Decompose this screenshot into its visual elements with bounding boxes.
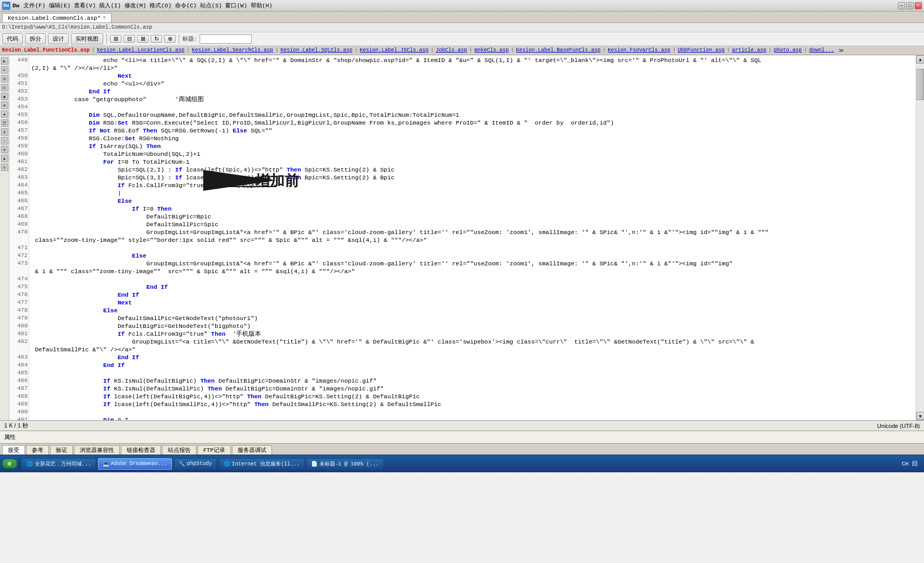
status-encoding: Unicode (UTF-8) bbox=[877, 423, 920, 429]
code-line: End If bbox=[31, 361, 914, 369]
active-document-tab[interactable]: Kesion.Label.CommonCls.asp* × bbox=[2, 13, 112, 22]
start-button[interactable]: ⊞ bbox=[2, 459, 17, 469]
taskbar-item-1[interactable]: 💻 Adobe Dreamweav... bbox=[98, 458, 172, 470]
taskbar-item-0[interactable]: 🌐 全新花艺，万州同城... bbox=[22, 458, 96, 470]
title-input[interactable] bbox=[200, 34, 252, 44]
sidebar-icon-7[interactable]: ♦ bbox=[1, 111, 8, 118]
code-line: Else bbox=[31, 197, 914, 205]
sidebar-icon-1[interactable]: ▶ bbox=[1, 57, 8, 65]
toolbar: 代码 拆分 设计 实时视图 ⊞ ⊟ ⊠ ↻ ⊕ 标题: bbox=[0, 32, 924, 46]
code-line: DefaultBigPic=Bpic bbox=[31, 213, 914, 221]
related-files-bar: Kesion.Label.FunctionCls.asp | Kesion.La… bbox=[0, 46, 924, 55]
scroll-track[interactable] bbox=[916, 64, 924, 412]
realtime-view-btn[interactable]: 实时视图 bbox=[71, 33, 103, 44]
related-file-4[interactable]: Kesion.Label.JSCls.asp bbox=[360, 47, 428, 53]
related-file-0[interactable]: Kesion.Label.FunctionCls.asp bbox=[2, 47, 90, 53]
code-line: | bbox=[31, 189, 914, 197]
related-file-6[interactable]: mnkeCls.asp bbox=[474, 47, 509, 53]
toolbar-icon-btn-4[interactable]: ↻ bbox=[151, 35, 162, 43]
taskbar-item-1-label: Adobe Dreamweav... bbox=[111, 461, 167, 467]
sidebar-icon-6[interactable]: ⊛ bbox=[1, 102, 8, 109]
toolbar-separator-2 bbox=[179, 34, 179, 44]
related-file-11[interactable]: photo.asp bbox=[773, 47, 802, 53]
scroll-up-btn[interactable]: ▲ bbox=[916, 55, 924, 64]
taskbar-item-3[interactable]: 🌐 Internet 信息服务(Il... bbox=[219, 458, 304, 470]
taskbar-item-3-icon: 🌐 bbox=[224, 461, 230, 467]
code-line: If KS.IsNul(DefaultSmallPic) Then Defaul… bbox=[31, 385, 914, 393]
code-line: For I=0 To TotalPicNum-1 bbox=[31, 158, 914, 166]
related-file-2[interactable]: Kesion.Label.SearchCls.asp bbox=[192, 47, 273, 53]
bottom-tab-5[interactable]: 站点报告 bbox=[162, 445, 196, 455]
taskbar-item-4-icon: 📄 bbox=[311, 461, 317, 467]
toolbar-separator-1 bbox=[106, 34, 107, 44]
taskbar-clock: CH 囧 bbox=[897, 460, 922, 468]
bottom-tab-3[interactable]: 浏览器兼容性 bbox=[74, 445, 120, 455]
toolbar-icon-btn-3[interactable]: ⊠ bbox=[137, 35, 149, 43]
toolbar-icon-btn-5[interactable]: ⊕ bbox=[164, 35, 176, 43]
scroll-thumb[interactable] bbox=[917, 69, 924, 100]
properties-panel: 属性 bbox=[0, 431, 924, 443]
code-line: Else bbox=[31, 307, 914, 314]
filepath-text: D:\Inetpub\www\KS_Cls\Kesion.Label.Commo… bbox=[2, 25, 152, 30]
minimize-btn[interactable]: ─ bbox=[898, 2, 905, 9]
app-icon: Dw bbox=[2, 2, 10, 10]
scroll-down-btn[interactable]: ▼ bbox=[916, 412, 924, 420]
code-line: Dim SQL,DefaultGroupName,DefaultBigPic,D… bbox=[31, 111, 914, 119]
title-label: 标题: bbox=[182, 35, 198, 43]
code-view-btn[interactable]: 代码 bbox=[2, 33, 23, 44]
related-file-3[interactable]: Kesion.Label.SQLCls.asp bbox=[280, 47, 352, 53]
sidebar-icon-5[interactable]: ◉ bbox=[1, 93, 8, 100]
sidebar-icon-13[interactable]: ⊙ bbox=[1, 164, 8, 171]
vertical-scrollbar[interactable]: ▲ ▼ bbox=[916, 55, 924, 420]
sidebar-icon-3[interactable]: ⊞ bbox=[1, 75, 8, 82]
close-btn[interactable]: × bbox=[915, 2, 922, 9]
taskbar-item-4[interactable]: 📄 未标题-1 @ 100% (... bbox=[306, 458, 384, 470]
bottom-tab-4[interactable]: 链接检查器 bbox=[121, 445, 161, 455]
split-view-btn[interactable]: 拆分 bbox=[25, 33, 46, 44]
bottom-tab-1[interactable]: 参考 bbox=[26, 445, 49, 455]
related-file-7[interactable]: Kesion.Label.BaseFunCls.asp bbox=[516, 47, 600, 53]
taskbar-item-2[interactable]: 🔧 phpStudy bbox=[174, 458, 217, 470]
related-file-12[interactable]: downl... bbox=[809, 47, 834, 53]
related-file-8[interactable]: Kesion.FsoVarCls.asp bbox=[608, 47, 670, 53]
code-line bbox=[31, 408, 914, 416]
code-line: case "getgroupphoto" '商城组图 bbox=[31, 95, 914, 103]
related-file-10[interactable]: article.asp bbox=[732, 47, 766, 53]
properties-label: 属性 bbox=[4, 433, 16, 441]
bottom-tab-0[interactable]: 接受 bbox=[2, 445, 25, 455]
code-line: DefaultSmallPic &"\" /></a>" bbox=[31, 346, 914, 353]
code-line: RSG.Close:Set RSG=Nothing bbox=[31, 134, 914, 142]
code-line: class=""zoom-tiny-image"" style=""border… bbox=[31, 236, 914, 244]
code-editor[interactable]: echo "<li><a title=\"\" & SQL(2,I) & \"\… bbox=[29, 55, 916, 420]
left-sidebar: ▶ ≡ ⊞ ⊡ ◉ ⊛ ♦ ☰ ⊕ ↕ ⊗ ♠ ⊙ bbox=[0, 55, 9, 420]
bottom-tab-7[interactable]: 服务器调试 bbox=[232, 445, 272, 455]
tab-close-icon[interactable]: × bbox=[103, 15, 106, 21]
related-file-9[interactable]: UbbFunction.asp bbox=[677, 47, 724, 53]
toolbar-icon-btn-2[interactable]: ⊟ bbox=[124, 35, 135, 43]
code-line: If lcase(left(DefaultSmallPic,4))<>"http… bbox=[31, 400, 914, 408]
sidebar-icon-8[interactable]: ☰ bbox=[1, 119, 8, 127]
code-line bbox=[31, 103, 914, 111]
code-line: GroupImgList="<a title=\"\" &GetNodeText… bbox=[31, 338, 914, 346]
sidebar-icon-10[interactable]: ↕ bbox=[1, 137, 8, 144]
toolbar-icon-btn-1[interactable]: ⊞ bbox=[110, 35, 121, 43]
related-file-5[interactable]: JobCls.asp bbox=[436, 47, 467, 53]
sidebar-icon-11[interactable]: ⊗ bbox=[1, 146, 8, 153]
sidebar-icon-9[interactable]: ⊕ bbox=[1, 128, 8, 136]
code-line: End If bbox=[31, 291, 914, 299]
code-line bbox=[31, 369, 914, 377]
design-view-btn[interactable]: 设计 bbox=[48, 33, 69, 44]
bottom-tab-2[interactable]: 验证 bbox=[50, 445, 73, 455]
code-line: Dim G_T bbox=[31, 416, 914, 420]
line-numbers: 4494504514524534544554564574584594604614… bbox=[9, 55, 29, 420]
sidebar-icon-12[interactable]: ♠ bbox=[1, 155, 8, 162]
sidebar-icon-2[interactable]: ≡ bbox=[1, 66, 8, 74]
bottom-tab-6[interactable]: FTP记录 bbox=[198, 445, 231, 455]
taskbar-item-2-label: phpStudy bbox=[187, 461, 212, 467]
code-line: Bpic=SQL(3,I) : If lcase(left(Bpic,4))<>… bbox=[31, 174, 914, 181]
sidebar-icon-4[interactable]: ⊡ bbox=[1, 84, 8, 91]
maximize-btn[interactable]: □ bbox=[906, 2, 914, 9]
code-line: Dim RSG:Set RSG=Conn.Execute("Select ID,… bbox=[31, 119, 914, 127]
code-line: Spic=SQL(2,I) : If lcase(left(Spic,4))<>… bbox=[31, 166, 914, 174]
related-file-1[interactable]: Kesion.Label.LocationCls.asp bbox=[97, 47, 184, 53]
